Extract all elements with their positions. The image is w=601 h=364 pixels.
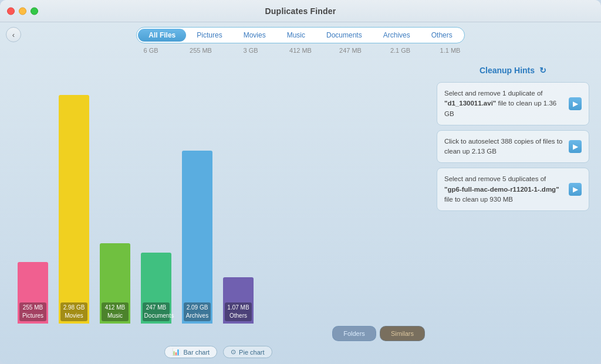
hint-text-0: Select and remove 1 duplicate of "d1_130… xyxy=(444,89,564,119)
bar-2[interactable]: 412 MBMusic xyxy=(100,243,130,324)
traffic-lights xyxy=(7,7,38,15)
refresh-icon[interactable]: ↻ xyxy=(539,66,546,75)
bar-label-2: 412 MBMusic xyxy=(102,302,129,321)
title-bar: Duplicates Finder xyxy=(0,0,601,22)
pie-chart-icon: ⊙ xyxy=(231,348,236,356)
bar-label-4: 2.09 GBArchives xyxy=(184,302,211,321)
bar-chart-icon: 📊 xyxy=(172,348,180,356)
tab-size-5: 2.1 GB xyxy=(376,47,426,54)
back-button[interactable]: ‹ xyxy=(6,27,21,42)
close-button[interactable] xyxy=(7,7,15,15)
window-title: Duplicates Finder xyxy=(265,6,336,16)
tab-size-2: 3 GB xyxy=(226,47,276,54)
bar-4[interactable]: 2.09 GBArchives xyxy=(182,151,212,324)
bar-chart: 255 MBPictures2.98 GBMovies412 MBMusic24… xyxy=(12,60,425,324)
tab-archives[interactable]: Archives xyxy=(373,29,421,42)
cleanup-title-text: Cleanup Hints xyxy=(480,66,535,75)
tab-bar: All FilesPicturesMoviesMusicDocumentsArc… xyxy=(136,27,464,43)
bar-label-5: 1.07 MBOthers xyxy=(225,302,252,321)
sidebar: Cleanup Hints ↻ Select and remove 1 dupl… xyxy=(437,60,589,358)
bar-label-0: 255 MBPictures xyxy=(19,302,47,321)
hint-card-0[interactable]: Select and remove 1 duplicate of "d1_130… xyxy=(437,82,589,125)
tab-size-3: 412 MB xyxy=(276,47,326,54)
hint-arrow-1[interactable]: ▶ xyxy=(569,140,582,153)
main-content: 255 MBPictures2.98 GBMovies412 MBMusic24… xyxy=(0,54,601,364)
bar-1[interactable]: 2.98 GBMovies xyxy=(59,95,89,324)
bar-label-1: 2.98 GBMovies xyxy=(60,302,88,321)
bar-chart-label: Bar chart xyxy=(183,349,210,356)
tab-size-0: 6 GB xyxy=(126,47,176,54)
chart-area: 255 MBPictures2.98 GBMovies412 MBMusic24… xyxy=(12,60,425,358)
bar-0[interactable]: 255 MBPictures xyxy=(18,262,48,324)
tab-all-files[interactable]: All Files xyxy=(138,29,186,42)
hint-card-1[interactable]: Click to autoselect 388 copies of files … xyxy=(437,130,589,164)
hints-container: Select and remove 1 duplicate of "d1_130… xyxy=(437,82,589,216)
hint-card-2[interactable]: Select and remove 5 duplicates of "gp6-f… xyxy=(437,168,589,211)
similars-button[interactable]: Similars xyxy=(380,326,425,341)
cleanup-hints-title: Cleanup Hints ↻ xyxy=(437,66,589,75)
tab-pictures[interactable]: Pictures xyxy=(186,29,232,42)
bar-label-3: 247 MBDocuments xyxy=(143,302,170,321)
minimize-button[interactable] xyxy=(19,7,26,15)
folders-button[interactable]: Folders xyxy=(332,326,376,341)
main-window: Duplicates Finder ‹ All FilesPicturesMov… xyxy=(0,0,601,364)
bar-chart-button[interactable]: 📊 Bar chart xyxy=(164,346,217,358)
tab-size-6: 1.1 MB xyxy=(426,47,475,54)
pie-chart-button[interactable]: ⊙ Pie chart xyxy=(223,346,272,358)
tab-others[interactable]: Others xyxy=(421,29,463,42)
hint-arrow-2[interactable]: ▶ xyxy=(569,183,582,196)
tab-documents[interactable]: Documents xyxy=(316,29,373,42)
hint-text-1: Click to autoselect 388 copies of files … xyxy=(444,137,564,157)
tab-music[interactable]: Music xyxy=(276,29,316,42)
maximize-button[interactable] xyxy=(31,7,38,15)
hint-arrow-0[interactable]: ▶ xyxy=(569,97,582,110)
hint-text-2: Select and remove 5 duplicates of "gp6-f… xyxy=(444,174,564,205)
tab-size-4: 247 MB xyxy=(326,47,376,54)
tab-movies[interactable]: Movies xyxy=(233,29,276,42)
chart-type-row: 📊 Bar chart ⊙ Pie chart xyxy=(12,346,425,358)
bar-5[interactable]: 1.07 MBOthers xyxy=(223,277,254,324)
pie-chart-label: Pie chart xyxy=(239,349,264,356)
bar-3[interactable]: 247 MBDocuments xyxy=(141,253,171,324)
tab-size-1: 255 MB xyxy=(176,47,226,54)
